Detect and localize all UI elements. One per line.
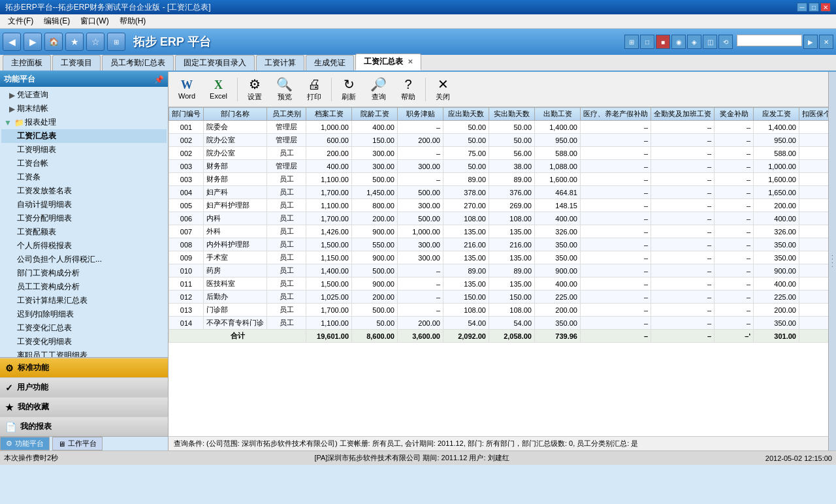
tab-fixed-salary[interactable]: 固定工资项目录入 (175, 55, 255, 71)
toolbar-icon-4[interactable]: ◉ (671, 35, 686, 49)
tab-attendance[interactable]: 员工考勤汇总表 (102, 55, 174, 71)
cell-dept-id: 010 (169, 264, 204, 277)
settings-label: 设置 (248, 92, 262, 102)
star-button[interactable]: ★ (65, 33, 84, 51)
preview-button[interactable]: 🔍 预览 (272, 74, 297, 104)
star-icon: ★ (5, 402, 14, 413)
sidebar-item-salary-dist[interactable]: 工资分配明细表 (1, 212, 167, 225)
cell-medical: – (581, 304, 651, 317)
cell-payable: 400.00 (754, 212, 799, 225)
back-button[interactable]: ◀ (3, 33, 21, 51)
close-icon: ✕ (438, 76, 449, 92)
minimize-btn[interactable]: ─ (797, 3, 807, 12)
menu-edit[interactable]: 编辑(E) (39, 14, 75, 28)
close-btn[interactable]: ✕ (820, 3, 831, 12)
sidebar-item-salary-detail[interactable]: 工资明细表 (1, 143, 167, 157)
cell-dept-name: 药房 (204, 264, 267, 277)
cell-seniority-salary: 1,450.00 (352, 186, 398, 199)
cell-award: – (715, 251, 754, 264)
refresh-button[interactable]: ↻ 刷新 (337, 74, 361, 104)
table-container[interactable]: 部门编号 部门名称 员工类别 档案工资 院龄工资 职务津贴 应出勤天数 实出勤天… (169, 107, 828, 436)
sidebar-section-standard[interactable]: ⚙ 标准功能 (0, 358, 168, 377)
cell-seniority-salary: 400.00 (352, 121, 398, 134)
toolbar-icon-3[interactable]: ■ (656, 35, 670, 49)
toolbar-icon-7[interactable]: ⟲ (718, 35, 733, 49)
cell-award: – (715, 199, 754, 212)
right-drag-handle[interactable]: · · · · (828, 72, 836, 450)
sidebar-item-salary-ledger[interactable]: 工资台帐 (1, 157, 167, 170)
star2-button[interactable]: ☆ (86, 33, 104, 51)
sidebar-tab-functions[interactable]: ⚙ 功能平台 (0, 437, 50, 450)
forward-button[interactable]: ▶ (24, 33, 42, 51)
sidebar-item-irs[interactable]: 个人所得税报表 (1, 239, 167, 253)
sidebar-item-salary-change-sum[interactable]: 工资变化汇总表 (1, 321, 167, 335)
settings-button[interactable]: ⚙ 设置 (243, 74, 266, 104)
tab-label: 工作平台 (68, 439, 97, 449)
sidebar-section-favorites[interactable]: ★ 我的收藏 (0, 397, 168, 417)
tab-salary-items[interactable]: 工资项目 (52, 55, 101, 71)
home-button[interactable]: 🏠 (44, 33, 63, 51)
menu-bar: 文件(F) 编辑(E) 窗口(W) 帮助(H) (0, 14, 836, 29)
sidebar-item-voucher-query[interactable]: ▶ 凭证查询 (1, 88, 167, 102)
sidebar-item-resigned[interactable]: 离职员工工资明细表 (1, 349, 167, 357)
col-position-allowance: 职务津贴 (398, 108, 443, 121)
excel-button[interactable]: X Excel (205, 76, 232, 102)
cell-dept-name: 妇产科 (204, 186, 267, 199)
tab-close-icon[interactable]: ✕ (408, 58, 413, 65)
sidebar-pin-icon[interactable]: 📌 (154, 75, 164, 84)
cell-emp-type: 员工 (267, 186, 306, 199)
tab-label: 功能平台 (15, 439, 44, 449)
cell-medical-deduct: 90.00 (799, 238, 829, 251)
sidebar-item-salary-result[interactable]: 工资计算结果汇总表 (1, 294, 167, 307)
tab-main-panel[interactable]: 主控面板 (3, 55, 51, 71)
col-dept-id: 部门编号 (169, 108, 204, 121)
sidebar-section-user[interactable]: ✓ 用户功能 (0, 377, 168, 397)
print-button[interactable]: 🖨 打印 (302, 75, 326, 104)
cell-dept-name: 财务部 (204, 160, 267, 173)
tab-voucher[interactable]: 生成凭证 (306, 55, 354, 71)
cell-medical: – (581, 173, 651, 186)
cell-position-allowance: 300.00 (398, 160, 443, 173)
cell-medical: – (581, 264, 651, 277)
sidebar-item-payslip[interactable]: 工资条 (1, 170, 167, 184)
restore-btn[interactable]: □ (809, 3, 819, 12)
sidebar-item-dept-salary-analysis[interactable]: 部门工资构成分析 (1, 266, 167, 280)
sidebar-item-reports[interactable]: ▼ 📁 报表处理 (1, 116, 167, 129)
toolbar-icon-5[interactable]: ◈ (687, 35, 701, 49)
query-button[interactable]: 🔎 查询 (366, 74, 391, 104)
cell-emp-type: 员工 (267, 304, 306, 317)
word-button[interactable]: W Word (174, 76, 200, 102)
sidebar-item-payroll-sign[interactable]: 工资发放签名表 (1, 184, 167, 198)
close-content-button[interactable]: ✕ 关闭 (431, 74, 455, 104)
table-row: 003 财务部 管理层 400.00 300.00 300.00 50.00 3… (169, 160, 829, 173)
sidebar-section-reports[interactable]: 📄 我的报表 (0, 417, 168, 436)
sidebar-tab-workspace[interactable]: 🖥 工作平台 (52, 437, 103, 450)
sidebar-item-salary-quota[interactable]: 工资配额表 (1, 225, 167, 239)
workspace-icon: 🖥 (58, 440, 65, 448)
cell-bonus: – (651, 186, 715, 199)
sidebar-item-emp-salary-analysis[interactable]: 员工工资构成分析 (1, 280, 167, 294)
toolbar-icon-6[interactable]: ◫ (703, 35, 717, 49)
tab-salary-summary[interactable]: 工资汇总表 ✕ (355, 54, 421, 71)
sidebar-item-salary-summary[interactable]: 工资汇总表 (1, 129, 167, 143)
sidebar-item-lateness[interactable]: 迟到/扣除明细表 (1, 307, 167, 321)
sidebar-label: 部门工资构成分析 (17, 268, 80, 279)
menu-help[interactable]: 帮助(H) (114, 14, 152, 28)
menu-file[interactable]: 文件(F) (3, 14, 39, 28)
sidebar-item-auto-accrual[interactable]: 自动计提明细表 (1, 198, 167, 212)
tab-salary-calc[interactable]: 工资计算 (256, 55, 304, 71)
toolbar-icon-1[interactable]: ⊞ (624, 35, 639, 49)
toolbar-icon-8[interactable]: ▶ (803, 35, 818, 49)
cell-scheduled-days: 270.00 (443, 199, 489, 212)
menu-window[interactable]: 窗口(W) (75, 14, 114, 28)
cell-archive-salary: 1,100.00 (306, 317, 352, 330)
toolbar-icon-2[interactable]: □ (640, 35, 654, 49)
total-c9: –' (715, 330, 754, 343)
toolbar-icon-9[interactable]: ✕ (819, 35, 833, 49)
sidebar-item-period-close[interactable]: ▶ 期末结帐 (1, 102, 167, 116)
help-button[interactable]: ? 帮助 (396, 75, 420, 104)
address-bar[interactable] (737, 35, 802, 46)
sidebar-item-salary-change-detail[interactable]: 工资变化明细表 (1, 335, 167, 349)
sidebar-item-company-irs[interactable]: 公司负担个人所得税汇... (1, 253, 167, 266)
grid-button[interactable]: ⊞ (107, 33, 125, 51)
